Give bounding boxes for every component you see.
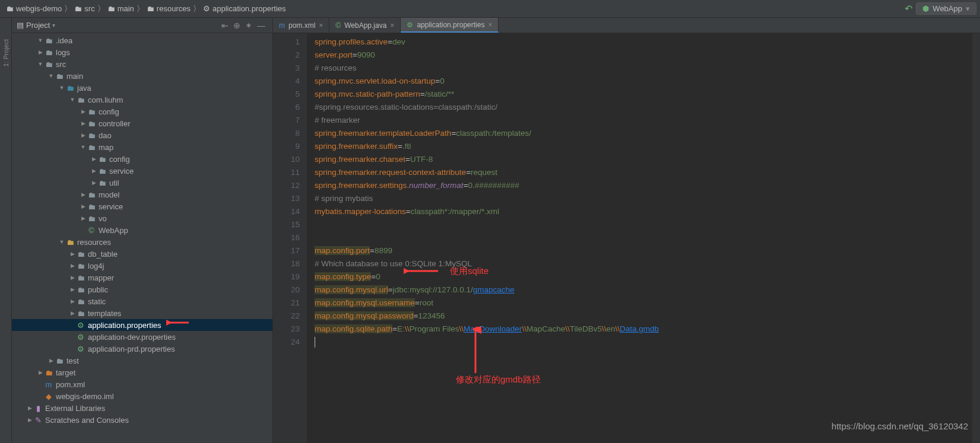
project-panel-title[interactable]: ▤ Project ▾ xyxy=(17,21,55,30)
breadcrumb-item[interactable]: 🖿 main xyxy=(105,4,137,13)
breadcrumb-item[interactable]: 🖿 src xyxy=(72,4,97,13)
hide-icon[interactable]: — xyxy=(255,21,268,30)
tree-node[interactable]: ▶🖿config xyxy=(12,106,272,117)
tree-node[interactable]: ▼🖿resources xyxy=(12,236,272,248)
tree-node[interactable]: mpom.xml xyxy=(12,378,272,390)
tree-node[interactable]: ▶🖿vo xyxy=(12,212,272,224)
tree-node[interactable]: ▶🖿mapper xyxy=(12,272,272,283)
code-line[interactable] xyxy=(315,336,972,349)
expand-toggle-icon[interactable]: ▶ xyxy=(69,286,76,292)
expand-toggle-icon[interactable]: ▶ xyxy=(69,263,76,269)
expand-toggle-icon[interactable]: ▶ xyxy=(69,275,76,281)
expand-toggle-icon[interactable]: ▶ xyxy=(90,156,97,162)
gear-icon[interactable]: ✶ xyxy=(243,21,255,30)
code-line[interactable]: # resources xyxy=(315,62,972,75)
code-line[interactable]: # Which database to use 0:SQLite 1:MySQL xyxy=(315,257,972,270)
code-line[interactable]: spring.profiles.active=dev xyxy=(315,36,972,49)
code-line[interactable]: spring.mvc.static-path-pattern=/static/*… xyxy=(315,88,972,101)
tree-node[interactable]: ▶🖿log4j xyxy=(12,260,272,272)
expand-toggle-icon[interactable]: ▶ xyxy=(80,192,87,197)
expand-toggle-icon[interactable]: ▶ xyxy=(80,109,87,114)
expand-toggle-icon[interactable]: ▶ xyxy=(47,358,55,364)
expand-toggle-icon[interactable]: ▼ xyxy=(47,73,55,79)
expand-toggle-icon[interactable]: ▶ xyxy=(90,168,97,174)
tree-node[interactable]: ▶🖿service xyxy=(12,165,272,177)
tree-node[interactable]: ▼🖿com.liuhm xyxy=(12,94,272,106)
expand-toggle-icon[interactable]: ▶ xyxy=(26,405,33,411)
code-line[interactable]: map.config.mysql.username=root xyxy=(315,297,972,310)
code-line[interactable]: spring.freemarker.charset=UTF-8 xyxy=(315,153,972,166)
code-line[interactable]: server.port=9090 xyxy=(315,49,972,62)
code-line[interactable]: spring.mvc.servlet.load-on-startup=0 xyxy=(315,75,972,88)
collapse-icon[interactable]: ⇤ xyxy=(219,21,231,30)
tree-node[interactable]: ▶🖿static xyxy=(12,295,272,307)
tree-node[interactable]: ©WebApp xyxy=(12,224,272,236)
editor-tab[interactable]: mpom.xml× xyxy=(273,18,329,33)
editor-tab[interactable]: ⚙application.properties× xyxy=(401,18,499,33)
expand-toggle-icon[interactable]: ▼ xyxy=(80,144,87,150)
tree-node[interactable]: ▶🖿dao xyxy=(12,129,272,141)
tree-node[interactable]: ⚙application-prd.properties xyxy=(12,343,272,355)
tree-node[interactable]: ▶🖿config xyxy=(12,153,272,165)
tree-node[interactable]: ▶🖿controller xyxy=(12,117,272,129)
code-line[interactable]: map.config.type=0 xyxy=(315,270,972,283)
project-tool-tab[interactable]: 1: Project xyxy=(2,36,9,70)
tree-node[interactable]: ⚙application-dev.properties xyxy=(12,331,272,343)
tree-node[interactable]: ▶🖿test xyxy=(12,355,272,366)
breadcrumb-item[interactable]: 🖿 webgis-demo xyxy=(4,4,64,13)
breadcrumb-item[interactable]: ⚙ application.properties xyxy=(201,4,288,13)
expand-toggle-icon[interactable]: ▶ xyxy=(26,417,33,423)
code-line[interactable]: spring.freemarker.suffix=.ftl xyxy=(315,140,972,153)
expand-toggle-icon[interactable]: ▶ xyxy=(37,49,44,55)
tree-node[interactable]: ▼🖿src xyxy=(12,58,272,70)
code-line[interactable]: map.config.mysql.password=123456 xyxy=(315,310,972,323)
editor-tab[interactable]: ©WebApp.java× xyxy=(329,18,401,33)
tree-node[interactable]: ▶🖿templates xyxy=(12,307,272,319)
expand-toggle-icon[interactable]: ▶ xyxy=(80,120,87,126)
back-icon[interactable]: ↶ xyxy=(905,3,912,14)
tree-node[interactable]: ⚙application.properties xyxy=(12,319,272,331)
project-tree[interactable]: ▼🖿.idea▶🖿logs▼🖿src▼🖿main▼🖿java▼🖿com.liuh… xyxy=(12,33,272,443)
code-line[interactable]: #spring.resources.static-locations=class… xyxy=(315,101,972,114)
tree-node[interactable]: ▶🖿public xyxy=(12,283,272,295)
code-line[interactable]: spring.freemarker.request-context-attrib… xyxy=(315,166,972,179)
code-line[interactable]: map.config.sqlite.path=E:\\Program Files… xyxy=(315,323,972,336)
select-opened-icon[interactable]: ⊕ xyxy=(231,21,243,30)
expand-toggle-icon[interactable]: ▼ xyxy=(58,85,65,91)
expand-toggle-icon[interactable]: ▼ xyxy=(58,239,65,245)
tree-node[interactable]: ▼🖿java xyxy=(12,82,272,94)
expand-toggle-icon[interactable]: ▼ xyxy=(37,37,44,43)
tree-node[interactable]: ▶🖿model xyxy=(12,189,272,200)
tool-window-stripe-left[interactable]: 1: Project xyxy=(0,18,12,443)
code-line[interactable]: spring.freemarker.settings.number_format… xyxy=(315,179,972,192)
code-line[interactable]: # freemarker xyxy=(315,114,972,127)
close-icon[interactable]: × xyxy=(488,21,492,29)
tree-node[interactable]: ▼🖿.idea xyxy=(12,34,272,46)
code-line[interactable]: mybatis.mapper-locations=classpath*:/map… xyxy=(315,205,972,218)
expand-toggle-icon[interactable]: ▶ xyxy=(80,132,87,138)
tree-node[interactable]: ▶🖿db_table xyxy=(12,248,272,260)
code-line[interactable]: spring.freemarker.templateLoaderPath=cla… xyxy=(315,127,972,140)
code-line[interactable]: map.config.mysql.url=jdbc:mysql://127.0.… xyxy=(315,283,972,297)
expand-toggle-icon[interactable]: ▶ xyxy=(90,180,97,186)
breadcrumb-item[interactable]: 🖿 resources xyxy=(144,4,193,13)
tree-node[interactable]: ▶🖿logs xyxy=(12,46,272,58)
tree-node[interactable]: ▼🖿main xyxy=(12,70,272,82)
run-config-selector[interactable]: ⬢ WebApp ▾ xyxy=(916,2,976,15)
expand-toggle-icon[interactable]: ▶ xyxy=(69,310,76,316)
expand-toggle-icon[interactable]: ▶ xyxy=(80,203,87,209)
tree-node[interactable]: ▶▮External Libraries xyxy=(12,402,272,414)
editor-error-stripe[interactable] xyxy=(972,33,980,443)
expand-toggle-icon[interactable]: ▶ xyxy=(37,369,44,375)
expand-toggle-icon[interactable]: ▼ xyxy=(37,61,44,67)
tree-node[interactable]: ▶🖿target xyxy=(12,366,272,378)
expand-toggle-icon[interactable]: ▼ xyxy=(69,97,76,103)
expand-toggle-icon[interactable]: ▶ xyxy=(69,251,76,257)
tree-node[interactable]: ◆webgis-demo.iml xyxy=(12,390,272,402)
code-line[interactable] xyxy=(315,218,972,231)
tree-node[interactable]: ▶🖿util xyxy=(12,177,272,189)
expand-toggle-icon[interactable]: ▶ xyxy=(80,215,87,221)
expand-toggle-icon[interactable]: ▶ xyxy=(69,298,76,304)
close-icon[interactable]: × xyxy=(390,21,394,30)
tree-node[interactable]: ▶🖿service xyxy=(12,200,272,212)
